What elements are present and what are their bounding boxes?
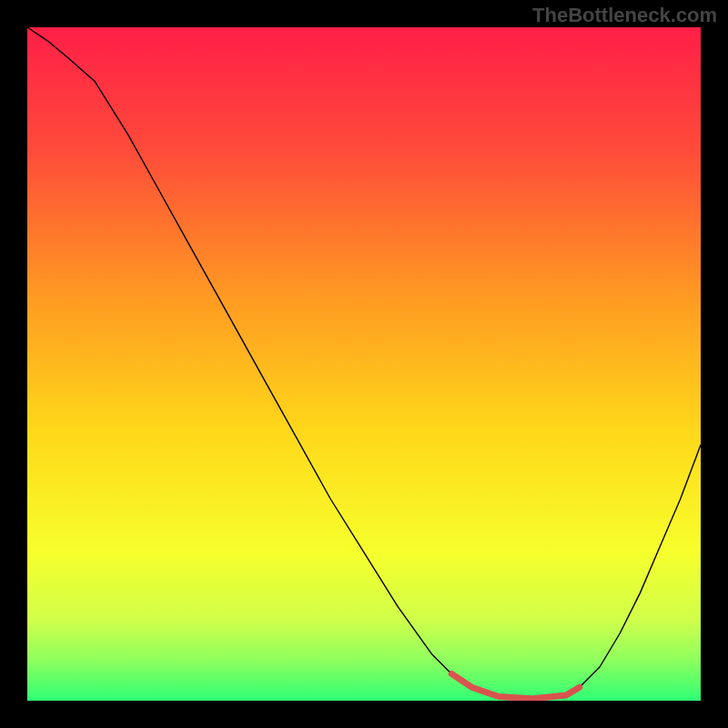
gradient-background <box>27 27 701 701</box>
chart-frame: TheBottleneck.com <box>0 0 728 728</box>
watermark-text: TheBottleneck.com <box>532 4 717 27</box>
chart-svg <box>27 27 701 701</box>
plot-area <box>27 27 701 701</box>
